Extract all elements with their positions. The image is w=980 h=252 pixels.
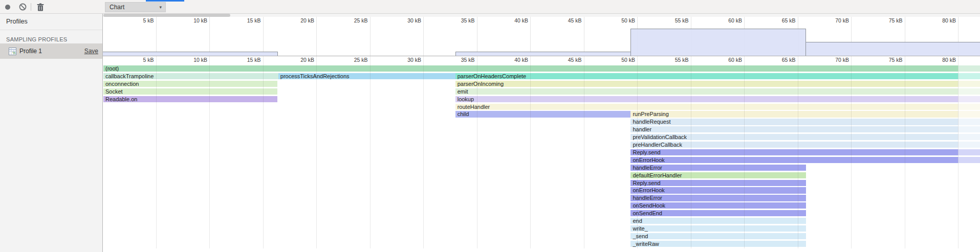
flame-bar[interactable]: processTicksAndRejections <box>278 73 455 79</box>
flame-tick-label: 65 kB <box>782 57 798 63</box>
overview-gridline <box>263 17 264 56</box>
flame-tick-label: 60 kB <box>728 57 744 63</box>
sampling-profiles-heading: SAMPLING PROFILES <box>0 30 102 42</box>
overview-tick-label: 40 kB <box>514 17 530 24</box>
view-mode-value: Chart <box>110 4 124 11</box>
flame-bar[interactable]: write_ <box>630 225 806 232</box>
overview-baseline <box>103 56 980 56</box>
flame-tick-label: 10 kB <box>193 57 209 63</box>
flame-bar[interactable]: defaultErrorHandler <box>630 172 806 178</box>
flame-bar[interactable]: _writeRaw <box>630 241 806 247</box>
overview-tick-label: 35 kB <box>461 17 477 24</box>
overview-gridline <box>316 17 317 56</box>
flame-bar[interactable]: routeHandler <box>455 104 980 110</box>
block-icon <box>19 3 27 11</box>
flame-bar[interactable]: Reply.send <box>630 149 980 155</box>
record-heap-profile-button[interactable] <box>1 0 14 14</box>
flame-tick-label: 75 kB <box>889 57 905 63</box>
overview-tick-label: 45 kB <box>568 17 584 24</box>
flame-bar[interactable]: Socket <box>103 88 277 95</box>
flame-bar[interactable]: Readable.on <box>103 96 277 102</box>
flame-gridline <box>798 56 798 248</box>
profile-name: Profile 1 <box>19 48 84 55</box>
overview-tick-label: 60 kB <box>728 17 744 24</box>
flame-gridline <box>156 56 157 248</box>
flame-bar[interactable]: onSendHook <box>630 202 806 209</box>
overview-tick-label: 70 kB <box>835 17 851 24</box>
overview-step-segment <box>806 42 980 56</box>
overview-gridline <box>477 17 477 56</box>
allocation-chart-pane: 5 kB10 kB15 kB20 kB25 kB30 kB35 kB40 kB4… <box>103 14 980 252</box>
overview-gridline <box>423 17 424 56</box>
flame-bar[interactable]: preHandlerCallback <box>630 142 980 148</box>
chevron-down-icon: ▾ <box>159 5 162 10</box>
flame-bar[interactable]: (root) <box>103 65 980 72</box>
view-mode-select[interactable]: Chart ▾ <box>105 2 166 12</box>
record-icon <box>5 5 10 10</box>
overview-tick-label: 15 kB <box>247 17 263 24</box>
flame-gridline <box>637 56 638 248</box>
flame-bar[interactable]: end <box>630 218 806 224</box>
toolbar-separator <box>31 3 31 11</box>
overview-step-segment <box>630 29 806 56</box>
sidebar-item-profile-1[interactable]: % Profile 1 Save <box>0 43 102 59</box>
save-profile-link[interactable]: Save <box>84 48 98 55</box>
flame-gridline <box>370 56 371 248</box>
delete-profile-button[interactable] <box>34 0 47 14</box>
flame-tick-label: 5 kB <box>143 57 156 63</box>
overview-tick-label: 10 kB <box>193 17 209 24</box>
flame-bar[interactable]: Reply.send <box>630 180 806 186</box>
flame-bar[interactable]: lookup <box>455 96 980 102</box>
overview-tick-label: 30 kB <box>407 17 423 24</box>
toolbar: Chart ▾ <box>0 0 980 14</box>
flame-tick-label: 15 kB <box>247 57 263 63</box>
flame-gridline <box>530 56 531 248</box>
flame-gridline <box>905 56 905 248</box>
overview-scroll-track <box>103 14 980 17</box>
profiles-heading: Profiles <box>0 14 102 25</box>
right-edge-fade <box>958 64 980 249</box>
flame-bar[interactable]: handleError <box>630 195 806 201</box>
profile-icon: % <box>9 48 16 55</box>
flame-tick-label: 20 kB <box>300 57 316 63</box>
flame-gridline <box>423 56 424 248</box>
flame-tick-label: 80 kB <box>942 57 958 63</box>
overview-tick-label: 50 kB <box>621 17 637 24</box>
flame-bar[interactable]: onSendEnd <box>630 210 806 216</box>
flame-gridline <box>691 56 691 248</box>
flame-bar[interactable]: child <box>455 111 631 117</box>
flame-bar[interactable]: runPreParsing <box>630 111 980 117</box>
overview-gridline <box>156 17 157 56</box>
flame-bar[interactable]: emit <box>455 88 980 95</box>
overview-scroll-thumb[interactable] <box>103 14 230 17</box>
flame-bar[interactable]: handleError <box>630 165 806 171</box>
overview-gridline <box>530 17 531 56</box>
overview-tick-label: 5 kB <box>143 17 156 24</box>
flame-tick-label: 25 kB <box>354 57 370 63</box>
flame-tick-label: 45 kB <box>568 57 584 63</box>
flame-bar[interactable]: handler <box>630 126 980 132</box>
flame-bar[interactable]: parserOnHeadersComplete <box>455 73 980 79</box>
svg-text:%: % <box>12 51 15 55</box>
flame-gridline <box>851 56 852 248</box>
overview-gridline <box>584 17 584 56</box>
overview-tick-label: 55 kB <box>675 17 691 24</box>
flame-bar[interactable]: handleRequest <box>630 119 980 125</box>
flame-bar[interactable]: preValidationCallback <box>630 134 980 140</box>
overview-tick-label: 20 kB <box>300 17 316 24</box>
flame-bar[interactable]: parserOnIncoming <box>455 81 980 87</box>
flame-bar[interactable]: onErrorHook <box>630 187 806 193</box>
flame-tick-label: 30 kB <box>407 57 423 63</box>
flame-tick-label: 35 kB <box>461 57 477 63</box>
flame-gridline <box>958 56 959 248</box>
clear-profiles-button[interactable] <box>16 0 29 14</box>
flame-tick-label: 55 kB <box>675 57 691 63</box>
overview-tick-label: 65 kB <box>782 17 798 24</box>
flame-bar[interactable]: _send <box>630 233 806 239</box>
flame-gridline <box>209 56 210 248</box>
flame-bar[interactable]: onErrorHook <box>630 157 980 163</box>
flame-tick-label: 40 kB <box>514 57 530 63</box>
flame-bar[interactable]: onconnection <box>103 81 277 87</box>
flame-gridline <box>477 56 477 248</box>
flame-bar[interactable]: callbackTrampoline <box>103 73 278 79</box>
